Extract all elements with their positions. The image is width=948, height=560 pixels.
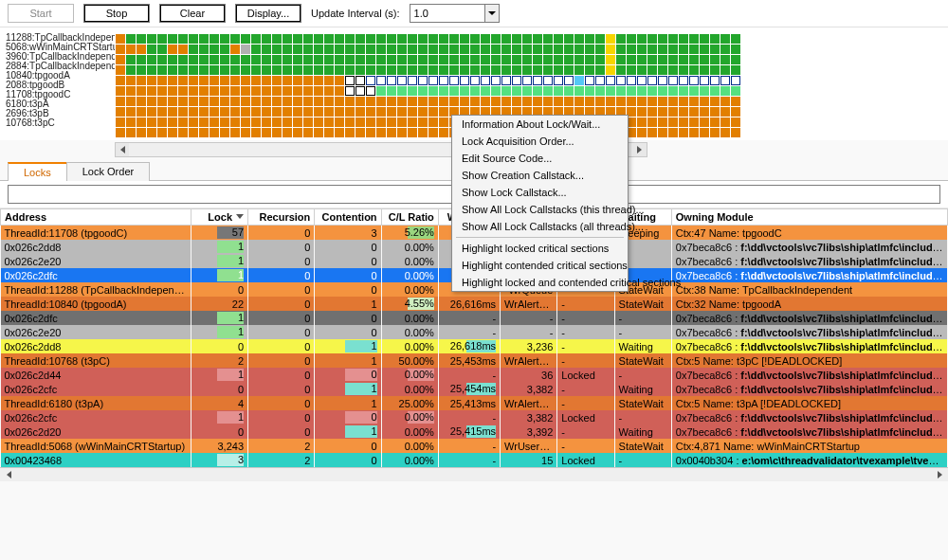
grid-cell[interactable]: [533, 97, 542, 106]
grid-cell[interactable]: [397, 45, 407, 54]
grid-cell[interactable]: [356, 76, 365, 85]
grid-cell[interactable]: [397, 97, 407, 106]
grid-cell[interactable]: [501, 65, 511, 75]
table-row[interactable]: 0x004234683200.00%-15Locked-0x0040b304 :…: [1, 453, 948, 467]
grid-cell[interactable]: [512, 97, 521, 106]
grid-cell[interactable]: [178, 107, 188, 117]
grid-cell[interactable]: [554, 45, 563, 54]
chevron-down-icon[interactable]: [484, 5, 499, 22]
grid-cell[interactable]: [303, 45, 313, 54]
grid-cell[interactable]: [428, 76, 438, 85]
grid-cell[interactable]: [251, 128, 261, 137]
column-header[interactable]: Recursion: [248, 209, 315, 226]
thread-list-item[interactable]: 2884:TpCallbackIndependent: [6, 62, 115, 71]
grid-cell[interactable]: [272, 45, 282, 54]
grid-cell[interactable]: [408, 117, 417, 127]
grid-cell[interactable]: [689, 55, 699, 64]
column-header[interactable]: Lock: [191, 209, 247, 226]
grid-cell[interactable]: [595, 55, 605, 64]
grid-cell[interactable]: [116, 107, 125, 117]
grid-cell[interactable]: [543, 34, 553, 44]
grid-cell[interactable]: [147, 86, 156, 96]
thread-list-item[interactable]: 3960:TpCallbackIndependent: [6, 52, 115, 62]
stop-button[interactable]: Stop: [83, 4, 150, 23]
grid-cell[interactable]: [220, 117, 229, 127]
grid-cell[interactable]: [293, 45, 302, 54]
grid-cell[interactable]: [481, 76, 490, 85]
grid-cell[interactable]: [230, 55, 240, 64]
grid-cell[interactable]: [428, 117, 438, 127]
grid-cell[interactable]: [501, 76, 511, 85]
grid-cell[interactable]: [314, 128, 323, 137]
grid-cell[interactable]: [178, 97, 188, 106]
thread-list-item[interactable]: 10768:t3pC: [6, 118, 115, 128]
grid-cell[interactable]: [522, 97, 532, 106]
grid-cell[interactable]: [397, 76, 407, 85]
grid-cell[interactable]: [366, 107, 375, 117]
grid-cell[interactable]: [554, 76, 563, 85]
grid-cell[interactable]: [199, 86, 209, 96]
grid-cell[interactable]: [283, 76, 292, 85]
update-interval-input[interactable]: [410, 8, 484, 19]
grid-cell[interactable]: [272, 107, 282, 117]
grid-cell[interactable]: [418, 65, 428, 75]
grid-cell[interactable]: [668, 65, 678, 75]
grid-cell[interactable]: [116, 97, 125, 106]
grid-cell[interactable]: [595, 45, 605, 54]
grid-cell[interactable]: [585, 65, 594, 75]
grid-cell[interactable]: [543, 45, 553, 54]
grid-cell[interactable]: [137, 117, 146, 127]
grid-cell[interactable]: [720, 45, 730, 54]
grid-cell[interactable]: [647, 117, 657, 127]
grid-cell[interactable]: [616, 76, 626, 85]
grid-cell[interactable]: [658, 55, 667, 64]
grid-cell[interactable]: [157, 55, 167, 64]
grid-cell[interactable]: [366, 76, 375, 85]
grid-cell[interactable]: [376, 97, 386, 106]
grid-cell[interactable]: [147, 45, 156, 54]
table-horizontal-scrollbar[interactable]: [0, 467, 948, 481]
grid-cell[interactable]: [366, 86, 375, 96]
grid-cell[interactable]: [710, 128, 720, 137]
grid-cell[interactable]: [376, 128, 386, 137]
grid-cell[interactable]: [366, 45, 375, 54]
table-row[interactable]: ThreadId:6180 (t3pA)40125.00%25,413msWrA…: [1, 396, 948, 410]
grid-cell[interactable]: [303, 128, 313, 137]
grid-cell[interactable]: [262, 34, 271, 44]
grid-cell[interactable]: [501, 97, 511, 106]
grid-cell[interactable]: [303, 55, 313, 64]
context-menu[interactable]: Information About Lock/Wait...Lock Acqui…: [451, 115, 629, 292]
grid-cell[interactable]: [408, 128, 417, 137]
grid-cell[interactable]: [137, 76, 146, 85]
grid-cell[interactable]: [314, 107, 323, 117]
table-row[interactable]: 0x026c2d441000.00%-36Locked-0x7beca8c6 :…: [1, 368, 948, 382]
grid-cell[interactable]: [251, 76, 261, 85]
grid-cell[interactable]: [356, 65, 365, 75]
grid-cell[interactable]: [199, 128, 209, 137]
grid-cell[interactable]: [700, 34, 709, 44]
grid-cell[interactable]: [241, 65, 250, 75]
grid-cell[interactable]: [387, 107, 396, 117]
grid-cell[interactable]: [564, 55, 574, 64]
grid-cell[interactable]: [616, 55, 626, 64]
grid-cell[interactable]: [345, 76, 355, 85]
grid-cell[interactable]: [366, 55, 375, 64]
grid-cell[interactable]: [627, 76, 636, 85]
grid-cell[interactable]: [324, 45, 334, 54]
grid-cell[interactable]: [668, 107, 678, 117]
grid-cell[interactable]: [157, 34, 167, 44]
grid-cell[interactable]: [689, 117, 699, 127]
grid-cell[interactable]: [189, 107, 198, 117]
grid-cell[interactable]: [481, 55, 490, 64]
grid-cell[interactable]: [533, 86, 542, 96]
grid-cell[interactable]: [595, 97, 605, 106]
grid-cell[interactable]: [512, 76, 521, 85]
grid-cell[interactable]: [491, 34, 501, 44]
grid-cell[interactable]: [314, 55, 323, 64]
grid-cell[interactable]: [168, 107, 177, 117]
grid-cell[interactable]: [428, 55, 438, 64]
grid-cell[interactable]: [126, 65, 136, 75]
menu-item[interactable]: Show Lock Callstack...: [452, 184, 628, 201]
grid-cell[interactable]: [220, 34, 229, 44]
grid-cell[interactable]: [710, 97, 720, 106]
